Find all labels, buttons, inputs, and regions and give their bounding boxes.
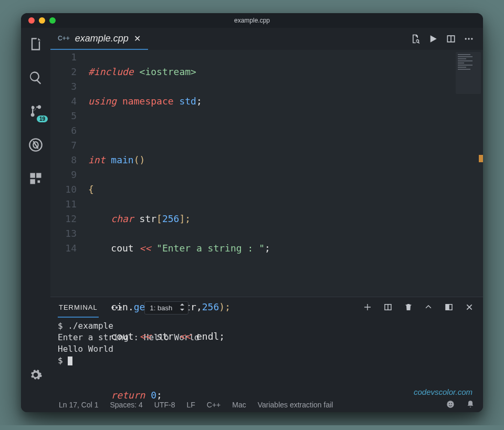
line-number: 10: [50, 182, 77, 197]
token: <<: [134, 331, 156, 342]
more-actions-icon[interactable]: [460, 34, 478, 44]
line-number: 6: [50, 123, 77, 138]
token: ;: [219, 331, 225, 342]
svg-point-2: [468, 38, 469, 39]
token: cout: [111, 331, 133, 342]
line-number: 11: [50, 197, 77, 212]
activity-bar: 19: [21, 28, 50, 412]
explorer-icon[interactable]: [28, 36, 44, 52]
run-icon[interactable]: [424, 34, 442, 44]
window-title: example.cpp: [234, 17, 270, 24]
line-number: 12: [50, 212, 77, 226]
token: 0: [151, 390, 156, 401]
svg-point-3: [471, 38, 472, 39]
terminal-shell-label: 1: bash: [150, 304, 173, 312]
token: using: [88, 96, 117, 107]
token: str: [156, 331, 174, 342]
extensions-icon[interactable]: [28, 171, 44, 186]
terminal-cursor: [68, 356, 72, 365]
code-area[interactable]: #include <iostream> using namespace std;…: [88, 50, 483, 297]
token: ];: [179, 213, 191, 224]
debug-disabled-icon[interactable]: [28, 137, 44, 153]
dropdown-arrows-icon: [180, 303, 185, 312]
main-column: C++ example.cpp ✕: [50, 28, 483, 412]
terminal-shell-select[interactable]: 1: bash: [144, 301, 189, 314]
minimap[interactable]: [456, 52, 481, 94]
tab-lang-badge: C++: [58, 35, 70, 42]
token: {: [88, 184, 94, 195]
line-number: 4: [50, 94, 77, 109]
token: endl: [196, 331, 219, 342]
token: ,: [196, 301, 202, 312]
titlebar: example.cpp: [21, 13, 483, 28]
token: std: [179, 96, 196, 107]
tab-filename: example.cpp: [75, 33, 129, 44]
tab-close-icon[interactable]: ✕: [134, 34, 141, 44]
window-maximize-button[interactable]: [49, 17, 56, 24]
line-number: 2: [50, 65, 77, 79]
token: int: [88, 154, 106, 165]
window-controls: [28, 17, 56, 24]
split-editor-icon[interactable]: [442, 34, 460, 44]
token: (): [134, 154, 145, 165]
line-number: 7: [50, 138, 77, 153]
watermark: codevscolor.com: [414, 387, 472, 396]
vscode-window: example.cpp 19: [21, 13, 483, 412]
token: ;: [156, 390, 162, 401]
token: namespace: [122, 96, 174, 107]
line-number: 13: [50, 226, 77, 241]
source-control-icon[interactable]: 19: [28, 103, 44, 119]
token: .: [128, 301, 134, 312]
token: [: [156, 213, 162, 224]
token: );: [219, 301, 230, 312]
terminal-line: $: [58, 355, 68, 365]
token: <<: [134, 243, 156, 254]
line-number: 3: [50, 79, 77, 94]
window-minimize-button[interactable]: [39, 17, 45, 24]
line-number: 8: [50, 153, 77, 167]
window-close-button[interactable]: [28, 17, 35, 24]
line-number: 5: [50, 109, 77, 123]
token: str: [140, 213, 157, 224]
token: ;: [265, 243, 270, 254]
token: return: [111, 390, 145, 401]
line-number: 1: [50, 50, 77, 65]
token: <iostream>: [140, 66, 196, 77]
token: "Enter a string : ": [156, 243, 265, 254]
token: cout: [111, 243, 133, 254]
token: ;: [196, 96, 202, 107]
scroll-marker: [479, 155, 483, 162]
token: 256: [162, 213, 180, 224]
search-icon[interactable]: [28, 70, 44, 86]
line-gutter: 1 2 3 4 5 6 7 8 9 10 11 12 13 14: [50, 50, 88, 297]
tab-bar: C++ example.cpp ✕: [50, 28, 483, 50]
token: <<: [174, 331, 196, 342]
svg-point-1: [465, 38, 467, 39]
line-number: 14: [50, 241, 77, 256]
token: main: [111, 154, 133, 165]
line-number: 9: [50, 167, 77, 182]
token: char: [111, 213, 133, 224]
token: #include: [88, 66, 134, 77]
settings-gear-icon[interactable]: [28, 367, 44, 383]
code-editor[interactable]: 1 2 3 4 5 6 7 8 9 10 11 12 13 14 #includ…: [50, 50, 483, 297]
token: 256: [202, 301, 219, 312]
scm-badge: 19: [37, 116, 48, 122]
tab-example-cpp[interactable]: C++ example.cpp ✕: [50, 28, 148, 50]
file-search-icon[interactable]: [406, 34, 424, 44]
token: cin: [111, 301, 128, 312]
